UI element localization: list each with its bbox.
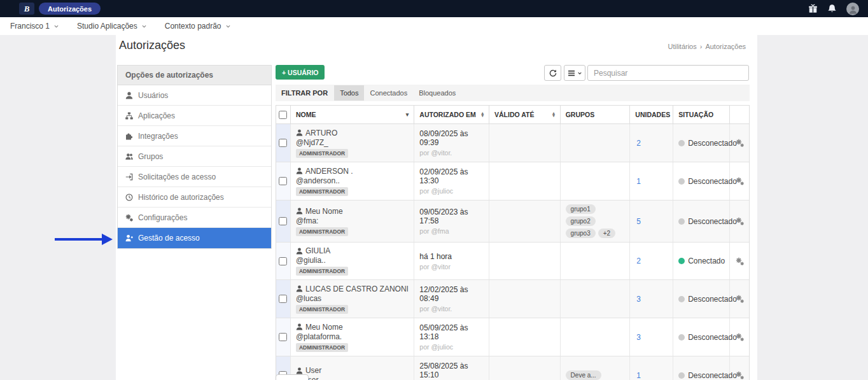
unidades-link[interactable]: 3 [636,333,641,342]
user-icon [296,323,303,330]
context-selector-label: Francisco 1 [10,22,50,31]
breadcrumb-parent[interactable]: Utilitários [668,43,697,50]
situacao-cell: Desconectado [673,124,730,162]
hamburger-icon [568,69,575,77]
authorized-at-cell: 12/02/2025 às 08:49por @vitor. [414,280,489,318]
row-settings-button[interactable] [730,124,749,162]
authorized-at: 12/02/2025 às 08:49 [419,285,484,303]
row-checkbox-cell [276,201,291,242]
sidebar-item-historico-de-autorizacoes[interactable]: Histórico de autorizações [118,187,271,208]
row-checkbox[interactable] [279,333,287,341]
breadcrumb-separator: › [700,43,703,50]
sidebar-item-usuarios[interactable]: Usuários [118,85,271,106]
filter-tab-bloqueados[interactable]: Bloqueados [413,85,461,101]
add-user-button[interactable]: + USUÁRIO [276,65,325,80]
sidebar-item-integracoes[interactable]: Integrações [118,126,271,146]
group-badge: grupo3 [566,229,596,238]
sidebar-item-label: Solicitações de acesso [138,172,216,181]
user-name: User [296,366,409,375]
unidades-link[interactable]: 1 [636,177,641,186]
column-header-grupos: GRUPOS [561,106,631,123]
row-settings-button[interactable] [730,318,749,356]
column-header-autorizado-em[interactable]: AUTORIZADO EM▴▾ [414,106,489,123]
unidades-link[interactable]: 1 [636,371,641,380]
table-row: ANDERSON .@anderson..ADMINISTRADOR02/09/… [276,162,749,200]
groups-cell: grupo1grupo2grupo3+2 [561,201,631,242]
refresh-button[interactable] [544,65,561,81]
column-header-valido-ate[interactable]: VÁLIDO ATÉ▴▾ [489,106,561,123]
users-icon [125,153,133,160]
context-selector-contexto-padrao[interactable]: Contexto padrão [165,22,231,31]
sidebar-item-aplicacoes[interactable]: Aplicações [118,106,271,126]
unidades-link[interactable]: 2 [636,257,641,265]
situacao-cell: Conectado [673,243,730,279]
user-name-text: ARTURO [305,129,337,137]
row-settings-button[interactable] [730,243,749,279]
authorized-at: 05/09/2025 às 13:18 [419,323,484,341]
column-header-label: UNIDADES [635,111,670,118]
row-settings-button[interactable] [730,162,749,200]
authorized-by: por @vitor [419,263,484,271]
sign-in-icon [125,173,133,181]
user-handle: @plataforma. [296,332,409,341]
bell-icon[interactable] [827,4,837,13]
gift-icon[interactable] [808,4,818,13]
authorized-at: 25/08/2025 às 15:10 [419,362,484,379]
column-header-nome[interactable]: NOME▾ [291,106,414,123]
row-settings-button[interactable] [730,356,749,380]
user-name-text: User [305,366,321,375]
column-header-unidades: UNIDADES [630,106,673,123]
row-checkbox[interactable] [279,217,287,225]
list-options-dropdown[interactable] [564,65,585,81]
table-row: LUCAS DE CASTRO ZANONI@lucasADMINISTRADO… [276,279,749,318]
select-all-checkbox[interactable] [279,111,287,119]
valid-until-cell [489,201,561,242]
search-input[interactable] [587,65,749,81]
situacao-cell: Desconectado [673,280,730,318]
sidebar-item-label: Grupos [138,152,163,161]
sidebar-item-label: Gestão de acesso [138,234,200,243]
user-avatar[interactable] [846,3,859,15]
unidades-link[interactable]: 3 [636,295,641,304]
sort-icon: ▴▾ [481,112,484,117]
chevron-down-icon [225,24,231,29]
user-plus-icon [125,234,133,242]
status-dot [678,140,685,146]
row-checkbox-cell [276,318,291,356]
app-switcher-button[interactable]: Autorizações [39,3,101,15]
row-checkbox[interactable] [279,295,287,303]
sidebar-item-configuracoes[interactable]: Configurações [118,208,271,228]
user-name-text: GIULIA [305,246,330,255]
row-settings-button[interactable] [730,280,749,318]
authorized-at-cell: 09/05/2023 às 17:58por @fma [414,201,489,242]
sidebar-item-gestao-de-acesso[interactable]: Gestão de acesso [118,228,271,248]
context-selector-francisco-1[interactable]: Francisco 1 [10,22,59,31]
row-settings-button[interactable] [730,201,749,242]
unidades-link[interactable]: 5 [636,217,641,226]
annotation-arrow-head [102,234,113,245]
sidebar-item-grupos[interactable]: Grupos [118,146,271,167]
row-checkbox[interactable] [279,139,287,147]
unidades-cell: 2 [630,124,673,162]
user-icon [296,129,303,136]
pagination-button[interactable] [276,374,309,380]
unidades-link[interactable]: 2 [636,139,641,148]
gears-icon [125,214,133,222]
column-header-label: AUTORIZADO EM [419,111,475,118]
sidebar-item-solicitacoes-de-acesso[interactable]: Solicitações de acesso [118,167,271,187]
user-icon [296,208,303,215]
row-checkbox[interactable] [279,177,287,185]
status-dot [678,178,685,185]
filter-tab-todos[interactable]: Todos [334,85,364,101]
filter-tab-conectados[interactable]: Conectados [364,85,413,101]
context-selector-studio-aplicacoes[interactable]: Studio Aplicações [77,22,147,31]
brand-logo[interactable]: B [19,3,34,15]
column-header-label: NOME [296,111,316,118]
unidades-cell: 2 [630,243,673,279]
context-bar: Francisco 1Studio AplicaçõesContexto pad… [0,17,868,35]
authorized-at: há 1 hora [419,252,484,261]
table-row: Meu Nome@plataforma.ADMINISTRADOR05/09/2… [276,318,749,356]
users-table: NOME▾AUTORIZADO EM▴▾VÁLIDO ATÉ▴▾GRUPOSUN… [276,105,750,380]
row-checkbox[interactable] [279,257,287,265]
user-icon [125,92,133,99]
